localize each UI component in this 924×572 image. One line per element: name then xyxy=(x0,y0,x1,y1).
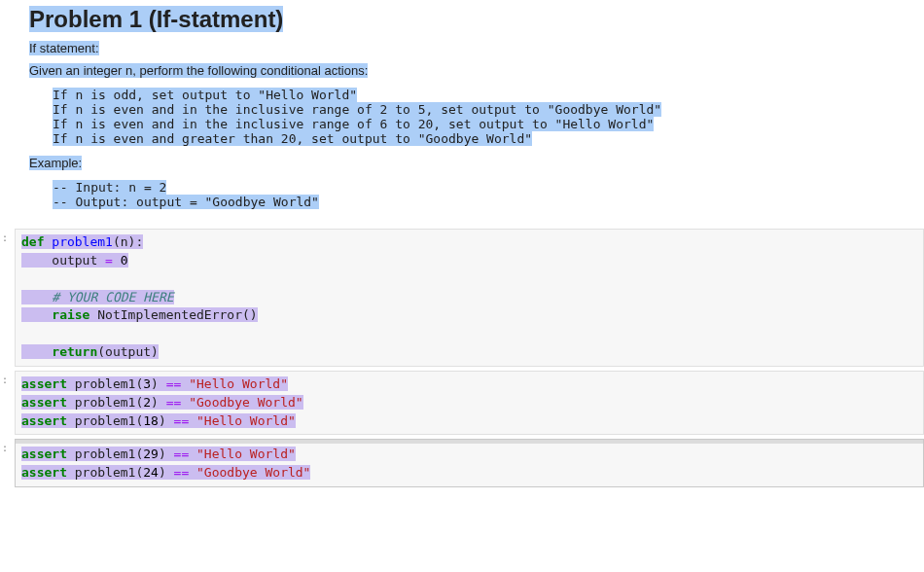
code-cell-asserts-1[interactable]: : assert problem1(3) == "Hello World" as… xyxy=(0,371,924,436)
cell-prompt: : xyxy=(2,443,8,453)
example-block: -- Input: n = 2 -- Output: output = "Goo… xyxy=(53,180,918,209)
conditions-block: If n is odd, set output to "Hello World"… xyxy=(53,88,918,146)
code-cell-asserts-2[interactable]: : assert problem1(29) == "Hello World" a… xyxy=(0,439,924,487)
cell-prompt: : xyxy=(2,375,8,385)
example-label: Example: xyxy=(29,156,918,170)
intro-line-2: Given an integer n, perform the followin… xyxy=(29,63,918,78)
problem-heading: Problem 1 (If-statment) xyxy=(29,6,283,32)
intro-line-1: If statement: xyxy=(29,41,918,55)
code-cell-definition[interactable]: : def problem1(n): output = 0 # YOUR COD… xyxy=(0,229,924,367)
cell-prompt: : xyxy=(2,232,8,243)
active-cell-indicator xyxy=(16,440,923,444)
markdown-cell-problem1[interactable]: Problem 1 (If-statment) If statement: Gi… xyxy=(0,0,924,225)
